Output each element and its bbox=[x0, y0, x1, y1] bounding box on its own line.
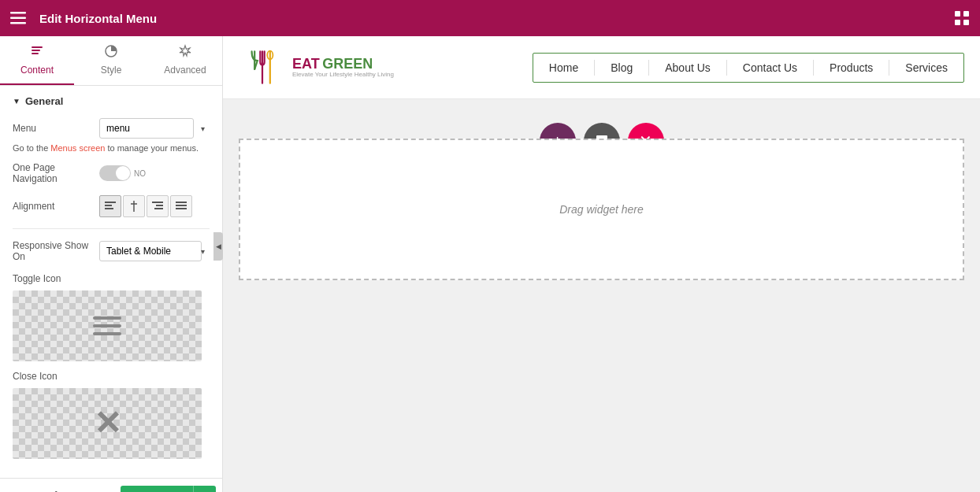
logo-eat-green: EAT GREEN bbox=[292, 57, 394, 71]
left-panel: Content Style Advanced bbox=[0, 36, 223, 492]
menu-select[interactable]: menu bbox=[99, 118, 194, 139]
logo-sub: Elevate Your Lifestyle Healthy Living bbox=[292, 71, 394, 78]
one-page-nav-label: One Page Navigation bbox=[13, 162, 99, 184]
drop-zone[interactable]: Drag widget here bbox=[239, 139, 964, 280]
general-section: ▼ General Menu menu ▾ Go to the Menus sc… bbox=[0, 86, 222, 478]
tab-style[interactable]: Style bbox=[74, 36, 148, 85]
svg-rect-14 bbox=[156, 205, 163, 206]
logo-green: GREEN bbox=[322, 56, 373, 72]
update-arrow-button[interactable]: ▲ bbox=[193, 486, 216, 493]
advanced-tab-label: Advanced bbox=[164, 65, 206, 76]
toggle-track[interactable] bbox=[99, 165, 131, 181]
ham-line-2 bbox=[93, 324, 121, 327]
close-icon-label: Close Icon bbox=[13, 371, 210, 382]
one-page-nav-row: One Page Navigation NO bbox=[13, 162, 210, 184]
align-right-btn[interactable] bbox=[147, 195, 169, 217]
update-button[interactable]: UPDATE bbox=[121, 486, 194, 493]
right-canvas: EAT GREEN Elevate Your Lifestyle Healthy… bbox=[223, 36, 980, 492]
logo-icon bbox=[239, 44, 286, 91]
one-page-nav-control: NO bbox=[99, 165, 210, 181]
menu-select-wrapper: menu ▾ bbox=[99, 118, 210, 139]
section-collapse-arrow: ▼ bbox=[13, 97, 20, 105]
responsive-control: Tablet & Mobile Mobile Tablet None ▾ bbox=[99, 241, 210, 261]
tab-content[interactable]: Content bbox=[0, 36, 74, 85]
content-tab-icon bbox=[30, 44, 44, 61]
responsive-row: Responsive Show On Tablet & Mobile Mobil… bbox=[13, 240, 210, 262]
close-icon-preview: ✕ bbox=[13, 388, 202, 459]
toggle-switch[interactable]: NO bbox=[99, 165, 210, 181]
site-navigation: Home Blog About Us Contact Us Products S… bbox=[533, 53, 964, 83]
ham-line-1 bbox=[93, 316, 121, 320]
toggle-icon-label: Toggle Icon bbox=[13, 273, 210, 284]
responsive-select[interactable]: Tablet & Mobile Mobile Tablet None bbox=[99, 241, 202, 261]
site-logo: EAT GREEN Elevate Your Lifestyle Healthy… bbox=[239, 44, 394, 91]
menu-select-arrow-icon: ▾ bbox=[201, 124, 205, 133]
menus-link-text: Go to the Menus screen to manage your me… bbox=[13, 143, 210, 153]
svg-rect-10 bbox=[105, 208, 113, 209]
top-bar: Edit Horizontal Menu bbox=[0, 0, 980, 36]
nav-item-home[interactable]: Home bbox=[533, 54, 594, 82]
responsive-select-wrapper: Tablet & Mobile Mobile Tablet None ▾ bbox=[99, 241, 210, 261]
panel-collapse-handle[interactable]: ◀ bbox=[213, 232, 223, 261]
svg-rect-5 bbox=[955, 20, 960, 25]
nav-item-products[interactable]: Products bbox=[814, 54, 889, 82]
style-tab-icon bbox=[104, 44, 118, 61]
svg-rect-4 bbox=[963, 11, 969, 17]
align-left-btn[interactable] bbox=[99, 195, 121, 217]
nav-item-about[interactable]: About Us bbox=[649, 54, 726, 82]
tab-advanced[interactable]: Advanced bbox=[148, 36, 222, 85]
align-justify-btn[interactable] bbox=[170, 195, 192, 217]
logo-eat: EAT bbox=[292, 56, 320, 72]
layers-icon-btn[interactable] bbox=[29, 485, 47, 493]
svg-rect-15 bbox=[154, 208, 163, 209]
panel-title: Edit Horizontal Menu bbox=[36, 12, 944, 25]
svg-rect-6 bbox=[963, 20, 969, 25]
general-section-label: General bbox=[25, 95, 63, 107]
bottom-toolbar: UPDATE ▲ bbox=[0, 478, 222, 492]
toggle-value-label: NO bbox=[134, 169, 146, 178]
toggle-thumb bbox=[116, 166, 130, 180]
tabs-bar: Content Style Advanced bbox=[0, 36, 222, 86]
alignment-control bbox=[99, 195, 210, 217]
svg-rect-17 bbox=[176, 205, 187, 206]
drag-hint: Drag widget here bbox=[559, 203, 644, 216]
alignment-buttons bbox=[99, 195, 210, 217]
svg-rect-0 bbox=[10, 12, 26, 14]
responsive-label: Responsive Show On bbox=[13, 240, 99, 262]
divider bbox=[13, 228, 210, 229]
svg-rect-13 bbox=[152, 202, 163, 203]
svg-rect-8 bbox=[105, 202, 116, 203]
svg-rect-16 bbox=[176, 202, 187, 203]
alignment-row: Alignment bbox=[13, 195, 210, 217]
menus-screen-link[interactable]: Menus screen bbox=[50, 143, 105, 153]
eye-icon-btn[interactable] bbox=[98, 485, 116, 493]
nav-item-services[interactable]: Services bbox=[889, 54, 963, 82]
style-tab-label: Style bbox=[101, 65, 122, 76]
site-header: EAT GREEN Elevate Your Lifestyle Healthy… bbox=[223, 36, 980, 99]
svg-rect-1 bbox=[10, 17, 26, 20]
toggle-icon-preview bbox=[13, 290, 202, 361]
svg-rect-18 bbox=[176, 208, 187, 209]
svg-rect-3 bbox=[955, 11, 960, 17]
settings-icon-btn[interactable] bbox=[6, 485, 24, 493]
svg-rect-9 bbox=[105, 205, 112, 206]
advanced-tab-icon bbox=[178, 44, 192, 61]
close-x-icon: ✕ bbox=[94, 407, 121, 440]
general-section-header[interactable]: ▼ General bbox=[13, 95, 210, 107]
responsive-icon-btn[interactable] bbox=[75, 485, 93, 493]
collapse-arrow-icon: ◀ bbox=[216, 242, 221, 250]
menu-select-control: menu ▾ bbox=[99, 118, 210, 139]
update-group: UPDATE ▲ bbox=[121, 486, 216, 493]
alignment-label: Alignment bbox=[13, 201, 99, 212]
logo-text: EAT GREEN Elevate Your Lifestyle Healthy… bbox=[292, 57, 394, 78]
nav-item-contact[interactable]: Contact Us bbox=[727, 54, 813, 82]
menu-label: Menu bbox=[13, 123, 99, 134]
hamburger-menu-icon[interactable] bbox=[0, 0, 36, 36]
history-icon-btn[interactable] bbox=[52, 485, 70, 493]
canvas-area: + ✕ Drag widget here bbox=[223, 99, 980, 492]
align-center-btn[interactable] bbox=[123, 195, 145, 217]
menu-field-row: Menu menu ▾ bbox=[13, 118, 210, 139]
nav-item-blog[interactable]: Blog bbox=[595, 54, 648, 82]
grid-icon[interactable] bbox=[944, 0, 980, 36]
ham-line-3 bbox=[93, 332, 121, 335]
